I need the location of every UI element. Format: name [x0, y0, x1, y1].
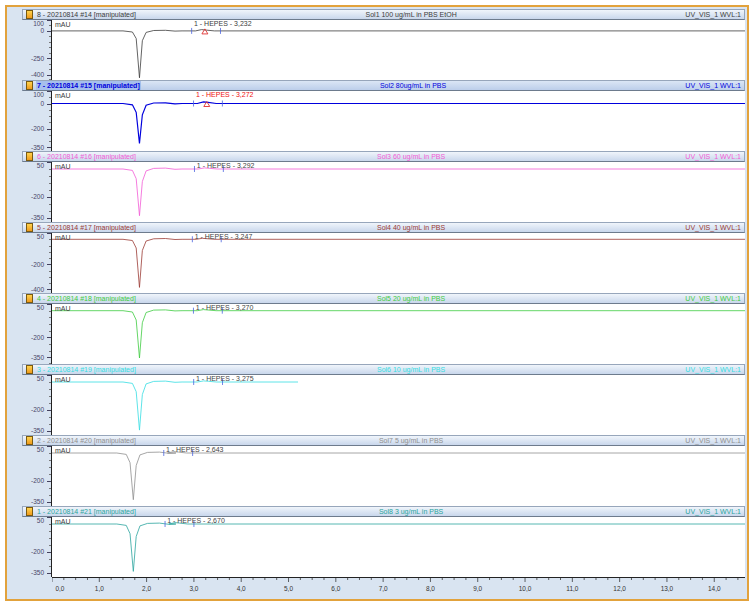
chromatogram-trace	[52, 517, 745, 577]
sample-name-label: Sol5 20 ug/mL in PBS	[140, 294, 683, 303]
peak-label: 1 - HEPES - 3,292	[197, 162, 255, 169]
panel-header[interactable]: 8 - 20210814 #14 [manipulated] Sol1 100 …	[22, 9, 745, 20]
sample-name-label: Sol6 10 ug/mL in PBS	[140, 365, 683, 374]
svg-text:14,0: 14,0	[708, 585, 721, 592]
y-unit-label: mAU	[55, 376, 71, 383]
chromatogram-panel: 8 - 20210814 #14 [manipulated] Sol1 100 …	[9, 9, 745, 80]
svg-text:12,0: 12,0	[613, 585, 626, 592]
injection-label[interactable]: 7 - 20210814 #15 [manipulated]	[36, 81, 141, 90]
chromatogram-view: 8 - 20210814 #14 [manipulated] Sol1 100 …	[5, 5, 749, 601]
svg-text:3,0: 3,0	[189, 585, 198, 592]
panel-header[interactable]: 5 - 20210814 #17 [manipulated] Sol4 40 u…	[22, 222, 745, 233]
y-axis: 50-200-350	[9, 375, 51, 435]
panel-header[interactable]: 1 - 20210814 #21 [manipulated] Sol8 3 ug…	[22, 506, 745, 517]
y-unit-label: mAU	[55, 234, 71, 241]
svg-text:5,0: 5,0	[284, 585, 293, 592]
chromatogram-plot[interactable]: mAU 1 - HEPES - 3,292	[51, 162, 745, 222]
chromatogram-icon	[26, 436, 33, 445]
peak-label: 1 - HEPES - 2,643	[166, 446, 224, 453]
chromatogram-trace	[52, 233, 745, 293]
svg-text:11,0: 11,0	[566, 585, 578, 592]
svg-text:6,0: 6,0	[331, 585, 340, 592]
injection-label[interactable]: 3 - 20210814 #19 [manipulated]	[36, 365, 137, 374]
channel-label: UV_VIS_1 WVL:1	[685, 507, 741, 516]
channel-label: UV_VIS_1 WVL:1	[685, 10, 741, 19]
panel-header[interactable]: 4 - 20210814 #18 [manipulated] Sol5 20 u…	[22, 293, 745, 304]
peak-label: 1 - HEPES - 3,272	[196, 91, 254, 98]
y-axis: 1000-200-350	[9, 91, 51, 151]
chromatogram-trace	[52, 304, 745, 364]
svg-text:4,0: 4,0	[237, 585, 246, 592]
injection-label[interactable]: 5 - 20210814 #17 [manipulated]	[36, 223, 137, 232]
injection-label[interactable]: 8 - 20210814 #14 [manipulated]	[36, 10, 137, 19]
sample-name-label: Sol3 60 ug/mL in PBS	[140, 152, 683, 161]
chromatogram-trace	[52, 446, 745, 506]
y-axis: 50-200-400	[9, 233, 51, 293]
injection-label[interactable]: 1 - 20210814 #21 [manipulated]	[36, 507, 137, 516]
chromatogram-icon	[26, 223, 33, 232]
chromatogram-icon	[26, 365, 33, 374]
channel-label: UV_VIS_1 WVL:1	[685, 294, 741, 303]
chromatogram-plot[interactable]: mAU 1 - HEPES - 2,670	[51, 517, 745, 577]
chromatogram-panel: 2 - 20210814 #20 [manipulated] Sol7 5 ug…	[9, 435, 745, 506]
injection-label[interactable]: 2 - 20210814 #20 [manipulated]	[36, 436, 137, 445]
chromatogram-icon	[26, 294, 33, 303]
channel-label: UV_VIS_1 WVL:1	[685, 81, 741, 90]
chromatogram-panel: 1 - 20210814 #21 [manipulated] Sol8 3 ug…	[9, 506, 745, 577]
svg-text:10,0: 10,0	[519, 585, 532, 592]
chromatogram-plot[interactable]: mAU 1 - HEPES - 3,247	[51, 233, 745, 293]
y-unit-label: mAU	[55, 92, 71, 99]
chromatogram-panel: 7 - 20210814 #15 [manipulated] Sol2 80ug…	[9, 80, 745, 151]
y-unit-label: mAU	[55, 163, 71, 170]
panel-header[interactable]: 3 - 20210814 #19 [manipulated] Sol6 10 u…	[22, 364, 745, 375]
svg-text:13,0: 13,0	[661, 585, 674, 592]
peak-label: 1 - HEPES - 3,270	[196, 304, 254, 311]
svg-text:8,0: 8,0	[426, 585, 435, 592]
y-axis: 1000-250-400	[9, 20, 51, 80]
chromatogram-panel: 6 - 20210814 #16 [manipulated] Sol3 60 u…	[9, 151, 745, 222]
y-unit-label: mAU	[55, 305, 71, 312]
svg-text:2,0: 2,0	[142, 585, 151, 592]
chromatogram-panel: 5 - 20210814 #17 [manipulated] Sol4 40 u…	[9, 222, 745, 293]
panel-header[interactable]: 6 - 20210814 #16 [manipulated] Sol3 60 u…	[22, 151, 745, 162]
sample-name-label: Sol7 5 ug/mL in PBS	[140, 436, 683, 445]
chromatogram-trace	[52, 20, 745, 80]
peak-label: 1 - HEPES - 3,232	[194, 20, 252, 27]
channel-label: UV_VIS_1 WVL:1	[685, 436, 741, 445]
chromatogram-plot[interactable]: mAU 1 - HEPES - 3,270	[51, 304, 745, 364]
chromatogram-icon	[26, 81, 33, 90]
chromatogram-icon	[26, 152, 33, 161]
peak-label: 1 - HEPES - 2,670	[167, 517, 225, 524]
chromatogram-panel: 4 - 20210814 #18 [manipulated] Sol5 20 u…	[9, 293, 745, 364]
chromatogram-panel: 3 - 20210814 #19 [manipulated] Sol6 10 u…	[9, 364, 745, 435]
sample-name-label: Sol4 40 ug/mL in PBS	[140, 223, 683, 232]
chromatogram-plot[interactable]: mAU 1 - HEPES - 3,272	[51, 91, 745, 151]
chromatogram-trace	[52, 91, 745, 151]
chromatogram-trace	[52, 375, 745, 435]
svg-text:1,0: 1,0	[95, 585, 104, 592]
injection-label[interactable]: 6 - 20210814 #16 [manipulated]	[36, 152, 137, 161]
chromatogram-plot[interactable]: mAU 1 - HEPES - 2,643	[51, 446, 745, 506]
panel-header[interactable]: 2 - 20210814 #20 [manipulated] Sol7 5 ug…	[22, 435, 745, 446]
chromatogram-plot[interactable]: mAU 1 - HEPES - 3,275	[51, 375, 745, 435]
y-axis: 50-200-350	[9, 162, 51, 222]
svg-text:0,0: 0,0	[55, 585, 64, 592]
chromatogram-plot[interactable]: mAU 1 - HEPES - 3,232	[51, 20, 745, 80]
y-unit-label: mAU	[55, 447, 71, 454]
chromatogram-window: 8 - 20210814 #14 [manipulated] Sol1 100 …	[0, 0, 754, 606]
injection-label[interactable]: 4 - 20210814 #18 [manipulated]	[36, 294, 137, 303]
panel-header[interactable]: 7 - 20210814 #15 [manipulated] Sol2 80ug…	[22, 80, 745, 91]
channel-label: UV_VIS_1 WVL:1	[685, 152, 741, 161]
x-axis-scale: 0,01,02,03,04,05,06,07,08,09,010,011,012…	[52, 577, 745, 599]
peak-label: 1 - HEPES - 3,275	[196, 375, 254, 382]
y-axis: 50-200-350	[9, 304, 51, 364]
chromatogram-icon	[26, 507, 33, 516]
peak-label: 1 - HEPES - 3,247	[195, 233, 253, 240]
y-unit-label: mAU	[55, 518, 71, 525]
channel-label: UV_VIS_1 WVL:1	[685, 365, 741, 374]
sample-name-label: Sol2 80ug/mL in PBS	[144, 81, 683, 90]
y-axis: 50-200-350	[9, 517, 51, 577]
x-axis: 0,01,02,03,04,05,06,07,08,09,010,011,012…	[9, 577, 745, 599]
y-unit-label: mAU	[55, 21, 71, 28]
x-axis-spacer	[9, 577, 52, 599]
